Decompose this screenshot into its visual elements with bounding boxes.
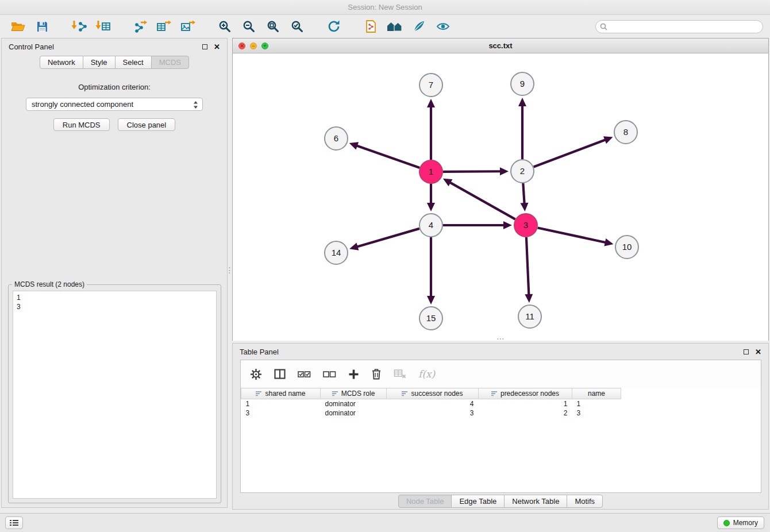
edge-3-11[interactable] [526,237,529,295]
network-view-titlebar[interactable]: ✕ − + scc.txt [233,38,768,53]
node-4[interactable]: 4 [419,214,442,237]
node-7[interactable]: 7 [419,74,442,97]
search-input[interactable] [595,20,763,33]
tab-select[interactable]: Select [115,56,152,69]
tab-node-table[interactable]: Node Table [398,495,452,508]
optimization-criterion-select[interactable]: strongly connected component [26,98,203,111]
export-table-icon[interactable] [152,18,176,35]
table-cell[interactable]: 3 [241,408,321,418]
import-styles-icon[interactable] [359,18,383,35]
add-row-icon[interactable] [348,369,359,380]
node-1[interactable]: 1 [419,160,442,183]
mcds-result-list[interactable]: 13 [13,291,217,499]
edge-1-6[interactable] [356,145,419,168]
network-canvas[interactable]: 7968124314101511 [233,54,768,341]
apply-style-icon[interactable] [407,18,431,35]
float-table-panel-icon[interactable] [744,349,749,354]
control-panel-title: Control Panel [9,43,54,51]
edge-arrowhead [525,294,533,303]
edge-arrowhead [427,203,435,211]
show-graphics-details-icon[interactable] [431,18,455,35]
export-image-icon[interactable] [176,18,200,35]
traffic-lights: ✕ − + [238,43,268,49]
close-table-panel-icon[interactable]: ✕ [755,348,761,356]
tab-motifs[interactable]: Motifs [567,495,603,508]
tab-mcds[interactable]: MCDS [151,56,189,69]
tab-network-table[interactable]: Network Table [504,495,567,508]
column-header-successor-nodes[interactable]: successor nodes [387,388,479,399]
sort-icon [491,391,498,396]
deselect-all-icon[interactable] [323,370,336,379]
svg-text:10: 10 [622,242,632,252]
node-10[interactable]: 10 [615,236,638,259]
delete-table-icon [394,369,406,379]
table-cell[interactable]: 3 [572,408,621,418]
table-cell[interactable]: 1 [572,399,621,408]
maximize-window-icon[interactable]: + [261,43,268,49]
close-panel-button[interactable]: Close panel [118,118,176,131]
save-session-icon[interactable] [30,18,54,35]
tab-network[interactable]: Network [40,56,83,69]
tab-style[interactable]: Style [83,56,116,69]
import-network-icon[interactable] [67,18,91,35]
table-cell[interactable]: 3 [387,408,479,418]
edge-arrowhead [503,221,512,229]
table-row[interactable]: 3dominator323 [241,408,621,418]
node-6[interactable]: 6 [325,127,348,150]
node-8[interactable]: 8 [614,121,637,144]
export-network-icon[interactable] [128,18,152,35]
table-cell[interactable]: 4 [387,399,479,408]
edge-3-10[interactable] [538,228,606,242]
apply-layout-icon[interactable] [322,18,346,35]
search-field[interactable] [595,20,763,33]
zoom-in-icon[interactable] [213,18,237,35]
optimization-criterion-label: Optimization criterion: [2,83,227,91]
result-line: 3 [17,302,213,311]
edge-4-14[interactable] [357,229,419,247]
zoom-fit-icon[interactable] [261,18,285,35]
edge-2-3[interactable] [523,183,524,204]
table-cell[interactable]: 1 [479,399,572,408]
ndex-icon[interactable] [383,18,407,35]
close-panel-icon[interactable]: ✕ [214,43,220,51]
zoom-selected-icon[interactable] [285,18,309,35]
show-panels-button[interactable] [5,516,23,529]
edge-arrowhead [349,242,359,250]
column-header-name[interactable]: name [572,388,621,399]
column-header-mcds-role[interactable]: MCDS role [321,388,387,399]
node-3[interactable]: 3 [514,214,537,237]
node-11[interactable]: 11 [518,305,541,328]
horizontal-splitter-handle[interactable]: ⋯ [492,336,509,341]
function-builder-icon: f(x) [418,368,435,380]
select-all-icon[interactable] [298,370,311,379]
node-9[interactable]: 9 [511,72,534,95]
zoom-out-icon[interactable] [237,18,261,35]
close-window-icon[interactable]: ✕ [238,43,245,49]
table-cell[interactable]: dominator [321,399,387,408]
node-2[interactable]: 2 [511,160,534,183]
table-settings-icon[interactable] [250,368,262,380]
memory-button[interactable]: Memory [717,516,764,529]
table-row[interactable]: 1dominator411 [241,399,621,408]
show-columns-icon[interactable] [274,369,286,379]
table-cell[interactable]: dominator [321,408,387,418]
table-cell[interactable]: 2 [479,408,572,418]
table-panel: Table Panel ✕ [232,343,769,510]
vertical-splitter-handle[interactable]: ⋮ [227,261,232,279]
edge-arrowhead [518,98,526,106]
edge-2-8[interactable] [534,140,606,167]
table-cell[interactable]: 1 [241,399,321,408]
import-table-icon[interactable] [91,18,115,35]
float-panel-icon[interactable] [202,44,207,49]
edge-1-2[interactable] [443,171,501,172]
tab-edge-table[interactable]: Edge Table [451,495,505,508]
delete-row-icon[interactable] [371,368,382,380]
minimize-window-icon[interactable]: − [250,43,257,49]
column-header-shared-name[interactable]: shared name [241,388,321,399]
edge-3-1[interactable] [449,182,515,219]
node-14[interactable]: 14 [325,241,348,264]
column-header-predecessor-nodes[interactable]: predecessor nodes [479,388,572,399]
run-mcds-button[interactable]: Run MCDS [53,118,110,131]
node-15[interactable]: 15 [419,307,442,330]
open-file-icon[interactable] [6,18,30,35]
